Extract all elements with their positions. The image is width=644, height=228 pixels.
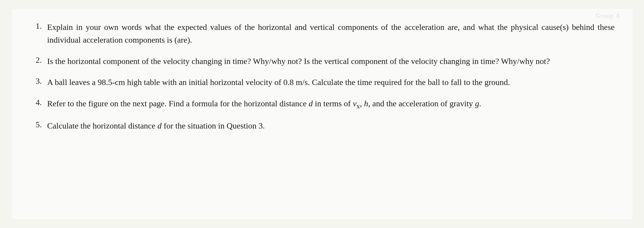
question-text-1: Explain in your own words what the expec… [47, 21, 615, 46]
question-item-5: 5. Calculate the horizontal distance d f… [30, 119, 615, 132]
question-number-3: 3. [30, 76, 47, 86]
question-item-4: 4. Refer to the figure on the next page.… [30, 97, 615, 111]
question-number-5: 5. [30, 119, 47, 129]
question-item-3: 3. A ball leaves a 98.5-cm high table wi… [30, 76, 615, 89]
question-text-2: Is the horizontal component of the veloc… [47, 55, 615, 68]
question-text-5: Calculate the horizontal distance d for … [47, 119, 615, 132]
question-number-2: 2. [30, 55, 47, 65]
question-text-4: Refer to the figure on the next page. Fi… [47, 97, 615, 111]
question-list: 1. Explain in your own words what the ex… [30, 21, 615, 132]
question-number-4: 4. [30, 97, 47, 107]
question-number-1: 1. [30, 21, 47, 31]
page: Group A 1. Explain in your own words wha… [12, 9, 632, 219]
question-item-1: 1. Explain in your own words what the ex… [30, 21, 615, 46]
question-item-2: 2. Is the horizontal component of the ve… [30, 55, 615, 68]
question-text-3: A ball leaves a 98.5-cm high table with … [47, 76, 615, 89]
watermark-text: Group A [596, 12, 620, 20]
